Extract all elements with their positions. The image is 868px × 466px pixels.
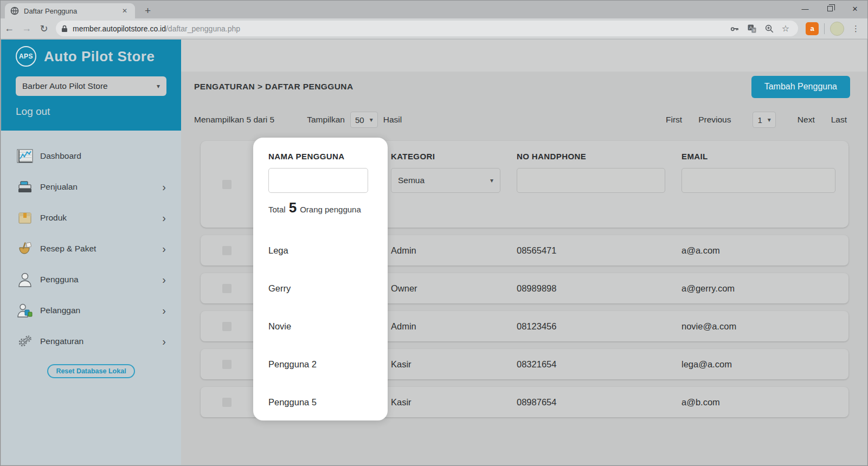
url-domain: member.autopilotstore.co.id: [73, 24, 166, 33]
chevron-right-icon: ›: [162, 243, 166, 254]
tab-title: Daftar Pengguna: [24, 7, 120, 15]
reset-database-button[interactable]: Reset Database Lokal: [47, 364, 135, 378]
cell-email: lega@a.com: [678, 359, 848, 370]
page-select[interactable]: 1 ▾: [753, 112, 775, 128]
sidebar-item-label: Pengguna: [40, 275, 162, 284]
cell-name: Novie: [253, 321, 388, 332]
cell-phone: 08987654: [513, 397, 678, 407]
row-checkbox[interactable]: [222, 360, 232, 369]
page-select-value: 1: [757, 115, 762, 125]
pagination-first[interactable]: First: [666, 115, 682, 125]
url-bar[interactable]: member.autopilotstore.co.id/daftar_pengg…: [56, 21, 798, 36]
per-page-select[interactable]: 50 ▾: [350, 112, 378, 128]
table-header-row: NAMA PENGGUNA Total 5 Orang pengguna KAT…: [201, 141, 848, 228]
tab-close-icon[interactable]: ✕: [120, 6, 130, 16]
toolbar-separator: [824, 23, 825, 34]
caret-down-icon: ▾: [490, 177, 493, 184]
extension-icon[interactable]: a: [806, 22, 819, 35]
cell-name: Lega: [253, 245, 388, 256]
user-icon: [16, 272, 34, 287]
showing-text: Menampilkan 5 dari 5: [194, 115, 274, 125]
email-filter-input[interactable]: [681, 168, 835, 193]
cell-name: Gerry: [253, 283, 388, 294]
sidebar-item-label: Pelanggan: [40, 306, 162, 315]
select-all-checkbox[interactable]: [222, 180, 232, 189]
sidebar-item-label: Dashboard: [40, 151, 166, 161]
back-icon[interactable]: ←: [1, 23, 18, 34]
dashboard-chart-icon: [16, 149, 34, 163]
sidebar-menu: Dashboard Penjualan › Produk › Resep & P…: [1, 131, 181, 465]
window-controls: — ✕: [793, 1, 867, 17]
main-content: PENGATURAN > DAFTAR PENGGUNA Tambah Peng…: [181, 40, 867, 465]
sidebar: APS Auto Pilot Store Barber Auto Pilot S…: [1, 40, 181, 465]
browser-window: Daftar Pengguna ✕ + — ✕ ← → ↻ member.aut…: [0, 0, 868, 466]
per-page-value: 50: [355, 115, 364, 125]
chevron-right-icon: ›: [162, 305, 166, 316]
zoom-icon[interactable]: [764, 24, 774, 34]
globe-favicon-icon: [10, 7, 19, 15]
results-label: Hasil: [383, 115, 402, 125]
sidebar-item-penjualan[interactable]: Penjualan ›: [1, 171, 181, 202]
browser-toolbar: ← → ↻ member.autopilotstore.co.id/daftar…: [1, 18, 867, 39]
row-checkbox[interactable]: [222, 322, 232, 331]
caret-down-icon: ▾: [768, 116, 771, 124]
pagination-next[interactable]: Next: [798, 115, 815, 125]
reload-icon[interactable]: ↻: [35, 23, 53, 35]
sidebar-item-pengguna[interactable]: Pengguna ›: [1, 264, 181, 295]
chevron-right-icon: ›: [162, 182, 166, 192]
browser-menu-icon[interactable]: ⋮: [850, 24, 862, 34]
browser-tab[interactable]: Daftar Pengguna ✕: [5, 3, 135, 18]
restore-button[interactable]: [818, 1, 843, 17]
profile-avatar[interactable]: [830, 22, 844, 36]
sidebar-item-produk[interactable]: Produk ›: [1, 202, 181, 233]
gears-icon: [16, 334, 34, 348]
sidebar-item-resep-paket[interactable]: Resep & Paket ›: [1, 233, 181, 264]
row-checkbox[interactable]: [222, 398, 232, 407]
row-checkbox[interactable]: [222, 246, 232, 255]
cash-register-icon: [16, 180, 34, 194]
store-select[interactable]: Barber Auto Pilot Store ▾: [16, 76, 166, 96]
cell-email: novie@a.com: [678, 321, 848, 332]
sidebar-item-label: Resep & Paket: [40, 244, 162, 254]
password-key-icon[interactable]: [730, 24, 740, 34]
pagination-previous[interactable]: Previous: [698, 115, 731, 125]
row-checkbox[interactable]: [222, 284, 232, 293]
new-tab-button[interactable]: +: [140, 4, 155, 18]
cell-phone: 08565471: [513, 245, 678, 256]
close-window-button[interactable]: ✕: [843, 1, 867, 17]
aps-logo-icon: APS: [16, 46, 36, 67]
add-user-button[interactable]: Tambah Pengguna: [751, 76, 850, 98]
chevron-right-icon: ›: [162, 212, 166, 223]
cell-phone: 08321654: [513, 359, 678, 370]
total-suffix: Orang pengguna: [300, 205, 361, 214]
name-filter-input[interactable]: [268, 168, 368, 193]
forward-icon[interactable]: →: [18, 23, 35, 34]
lock-icon: [61, 25, 68, 33]
customer-bags-icon: [16, 303, 34, 318]
brand: APS Auto Pilot Store: [16, 46, 166, 67]
sidebar-item-pengaturan[interactable]: Pengaturan ›: [1, 326, 181, 357]
column-header-no-handphone: NO HANDPHONE: [517, 152, 665, 161]
total-users-text: Total 5 Orang pengguna: [268, 199, 368, 216]
titlebar: Daftar Pengguna ✕ + — ✕: [1, 1, 867, 18]
sidebar-item-label: Produk: [40, 213, 162, 223]
bookmark-star-icon[interactable]: ☆: [782, 23, 789, 34]
sidebar-item-dashboard[interactable]: Dashboard: [1, 140, 181, 171]
phone-filter-input[interactable]: [517, 168, 665, 193]
cell-kategori: Kasir: [388, 397, 513, 407]
brand-name: Auto Pilot Store: [44, 48, 155, 65]
chevron-right-icon: ›: [162, 274, 166, 285]
url-path: /daftar_pengguna.php: [166, 24, 240, 33]
kategori-filter-select[interactable]: Semua ▾: [391, 168, 500, 193]
sidebar-item-label: Pengaturan: [40, 336, 162, 346]
total-count: 5: [289, 199, 297, 216]
logout-link[interactable]: Log out: [16, 106, 166, 118]
pagination-last[interactable]: Last: [831, 115, 847, 125]
store-select-value: Barber Auto Pilot Store: [22, 81, 157, 91]
main-top-strip: [181, 40, 867, 72]
translate-icon[interactable]: Aa: [747, 24, 757, 34]
total-prefix: Total: [268, 205, 286, 214]
minimize-button[interactable]: —: [793, 1, 818, 17]
sidebar-item-label: Penjualan: [40, 182, 162, 192]
sidebar-item-pelanggan[interactable]: Pelanggan ›: [1, 295, 181, 326]
